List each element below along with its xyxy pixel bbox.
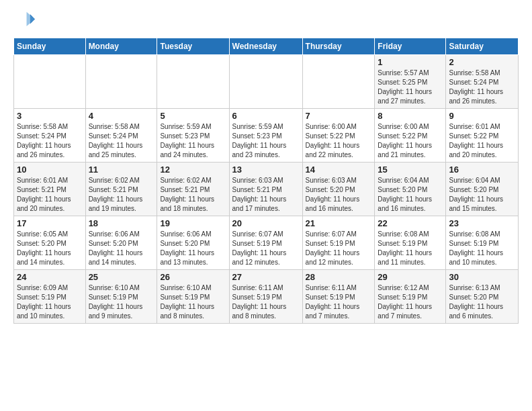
- day-number: 30: [449, 272, 515, 282]
- calendar-cell: 19Sunrise: 6:06 AM Sunset: 5:20 PM Dayli…: [157, 216, 229, 270]
- day-number: 9: [449, 111, 515, 121]
- day-info: Sunrise: 6:06 AM Sunset: 5:20 PM Dayligh…: [160, 230, 226, 267]
- day-info: Sunrise: 5:58 AM Sunset: 5:24 PM Dayligh…: [89, 122, 154, 160]
- week-row-4: 17Sunrise: 6:05 AM Sunset: 5:20 PM Dayli…: [14, 216, 519, 270]
- day-number: 8: [378, 111, 443, 121]
- day-number: 27: [232, 272, 300, 282]
- calendar-cell: [14, 55, 86, 109]
- page: SundayMondayTuesdayWednesdayThursdayFrid…: [0, 0, 532, 330]
- calendar-cell: 28Sunrise: 6:11 AM Sunset: 5:19 PM Dayli…: [302, 270, 375, 324]
- day-info: Sunrise: 5:59 AM Sunset: 5:23 PM Dayligh…: [232, 122, 300, 160]
- day-number: 13: [232, 165, 300, 175]
- calendar-cell: 17Sunrise: 6:05 AM Sunset: 5:20 PM Dayli…: [14, 216, 86, 270]
- day-info: Sunrise: 6:03 AM Sunset: 5:20 PM Dayligh…: [306, 176, 372, 214]
- calendar-cell: 5Sunrise: 5:59 AM Sunset: 5:23 PM Daylig…: [157, 109, 229, 163]
- day-info: Sunrise: 6:09 AM Sunset: 5:19 PM Dayligh…: [17, 283, 83, 321]
- day-number: 1: [378, 57, 443, 67]
- day-number: 11: [89, 165, 154, 175]
- day-number: 24: [17, 272, 83, 282]
- calendar-cell: 24Sunrise: 6:09 AM Sunset: 5:19 PM Dayli…: [14, 270, 86, 324]
- day-info: Sunrise: 6:00 AM Sunset: 5:22 PM Dayligh…: [378, 122, 443, 160]
- day-number: 25: [89, 272, 154, 282]
- logo: [13, 11, 38, 32]
- calendar-cell: [157, 55, 229, 109]
- day-info: Sunrise: 6:03 AM Sunset: 5:21 PM Dayligh…: [232, 176, 300, 214]
- calendar-cell: 18Sunrise: 6:06 AM Sunset: 5:20 PM Dayli…: [85, 216, 157, 270]
- header: [13, 11, 519, 32]
- week-row-3: 10Sunrise: 6:01 AM Sunset: 5:21 PM Dayli…: [14, 163, 519, 216]
- day-number: 21: [306, 218, 372, 228]
- calendar-cell: 8Sunrise: 6:00 AM Sunset: 5:22 PM Daylig…: [375, 109, 446, 163]
- day-number: 26: [160, 272, 226, 282]
- week-row-5: 24Sunrise: 6:09 AM Sunset: 5:19 PM Dayli…: [14, 270, 519, 324]
- day-number: 12: [160, 165, 226, 175]
- week-row-2: 3Sunrise: 5:58 AM Sunset: 5:24 PM Daylig…: [14, 109, 519, 163]
- calendar-cell: 15Sunrise: 6:04 AM Sunset: 5:20 PM Dayli…: [375, 163, 446, 216]
- day-number: 29: [378, 272, 443, 282]
- day-info: Sunrise: 6:07 AM Sunset: 5:19 PM Dayligh…: [232, 230, 300, 267]
- day-number: 20: [232, 218, 300, 228]
- weekday-header-monday: Monday: [85, 38, 157, 55]
- day-number: 23: [449, 218, 515, 228]
- day-info: Sunrise: 6:12 AM Sunset: 5:19 PM Dayligh…: [378, 283, 443, 321]
- calendar-cell: 11Sunrise: 6:02 AM Sunset: 5:21 PM Dayli…: [85, 163, 157, 216]
- day-number: 2: [449, 57, 515, 67]
- day-info: Sunrise: 5:58 AM Sunset: 5:24 PM Dayligh…: [449, 68, 515, 106]
- logo-icon: [13, 11, 35, 32]
- day-info: Sunrise: 6:04 AM Sunset: 5:20 PM Dayligh…: [449, 176, 515, 214]
- calendar-cell: 6Sunrise: 5:59 AM Sunset: 5:23 PM Daylig…: [229, 109, 302, 163]
- day-number: 19: [160, 218, 226, 228]
- calendar-cell: 9Sunrise: 6:01 AM Sunset: 5:22 PM Daylig…: [446, 109, 519, 163]
- calendar-cell: 13Sunrise: 6:03 AM Sunset: 5:21 PM Dayli…: [229, 163, 302, 216]
- calendar-cell: 16Sunrise: 6:04 AM Sunset: 5:20 PM Dayli…: [446, 163, 519, 216]
- svg-marker-1: [27, 12, 35, 26]
- calendar-cell: 7Sunrise: 6:00 AM Sunset: 5:22 PM Daylig…: [302, 109, 375, 163]
- day-number: 7: [306, 111, 372, 121]
- calendar-cell: 27Sunrise: 6:11 AM Sunset: 5:19 PM Dayli…: [229, 270, 302, 324]
- calendar: SundayMondayTuesdayWednesdayThursdayFrid…: [13, 38, 519, 324]
- day-info: Sunrise: 6:11 AM Sunset: 5:19 PM Dayligh…: [232, 283, 300, 321]
- day-info: Sunrise: 6:06 AM Sunset: 5:20 PM Dayligh…: [89, 230, 154, 267]
- day-info: Sunrise: 6:08 AM Sunset: 5:19 PM Dayligh…: [378, 230, 443, 267]
- calendar-cell: 12Sunrise: 6:02 AM Sunset: 5:21 PM Dayli…: [157, 163, 229, 216]
- day-info: Sunrise: 6:13 AM Sunset: 5:20 PM Dayligh…: [449, 283, 515, 321]
- day-info: Sunrise: 6:04 AM Sunset: 5:20 PM Dayligh…: [378, 176, 443, 214]
- week-row-1: 1Sunrise: 5:57 AM Sunset: 5:25 PM Daylig…: [14, 55, 519, 109]
- weekday-header-wednesday: Wednesday: [229, 38, 302, 55]
- calendar-cell: [85, 55, 157, 109]
- calendar-cell: [302, 55, 375, 109]
- calendar-cell: 2Sunrise: 5:58 AM Sunset: 5:24 PM Daylig…: [446, 55, 519, 109]
- day-info: Sunrise: 5:57 AM Sunset: 5:25 PM Dayligh…: [378, 68, 443, 106]
- day-info: Sunrise: 6:01 AM Sunset: 5:22 PM Dayligh…: [449, 122, 515, 160]
- day-info: Sunrise: 6:10 AM Sunset: 5:19 PM Dayligh…: [89, 283, 154, 321]
- day-info: Sunrise: 6:10 AM Sunset: 5:19 PM Dayligh…: [160, 283, 226, 321]
- day-number: 17: [17, 218, 83, 228]
- weekday-header-saturday: Saturday: [446, 38, 519, 55]
- calendar-cell: 4Sunrise: 5:58 AM Sunset: 5:24 PM Daylig…: [85, 109, 157, 163]
- calendar-cell: 29Sunrise: 6:12 AM Sunset: 5:19 PM Dayli…: [375, 270, 446, 324]
- calendar-cell: [229, 55, 302, 109]
- day-info: Sunrise: 6:02 AM Sunset: 5:21 PM Dayligh…: [89, 176, 154, 214]
- day-number: 16: [449, 165, 515, 175]
- day-number: 3: [17, 111, 83, 121]
- day-info: Sunrise: 6:11 AM Sunset: 5:19 PM Dayligh…: [306, 283, 372, 321]
- weekday-header-row: SundayMondayTuesdayWednesdayThursdayFrid…: [14, 38, 519, 55]
- day-number: 15: [378, 165, 443, 175]
- day-info: Sunrise: 6:08 AM Sunset: 5:19 PM Dayligh…: [449, 230, 515, 267]
- weekday-header-sunday: Sunday: [14, 38, 86, 55]
- calendar-cell: 21Sunrise: 6:07 AM Sunset: 5:19 PM Dayli…: [302, 216, 375, 270]
- day-number: 28: [306, 272, 372, 282]
- day-info: Sunrise: 6:01 AM Sunset: 5:21 PM Dayligh…: [17, 176, 83, 214]
- calendar-cell: 14Sunrise: 6:03 AM Sunset: 5:20 PM Dayli…: [302, 163, 375, 216]
- calendar-cell: 25Sunrise: 6:10 AM Sunset: 5:19 PM Dayli…: [85, 270, 157, 324]
- calendar-cell: 20Sunrise: 6:07 AM Sunset: 5:19 PM Dayli…: [229, 216, 302, 270]
- day-info: Sunrise: 6:00 AM Sunset: 5:22 PM Dayligh…: [306, 122, 372, 160]
- day-number: 10: [17, 165, 83, 175]
- calendar-cell: 30Sunrise: 6:13 AM Sunset: 5:20 PM Dayli…: [446, 270, 519, 324]
- weekday-header-tuesday: Tuesday: [157, 38, 229, 55]
- day-number: 14: [306, 165, 372, 175]
- day-number: 18: [89, 218, 154, 228]
- calendar-cell: 1Sunrise: 5:57 AM Sunset: 5:25 PM Daylig…: [375, 55, 446, 109]
- weekday-header-friday: Friday: [375, 38, 446, 55]
- weekday-header-thursday: Thursday: [302, 38, 375, 55]
